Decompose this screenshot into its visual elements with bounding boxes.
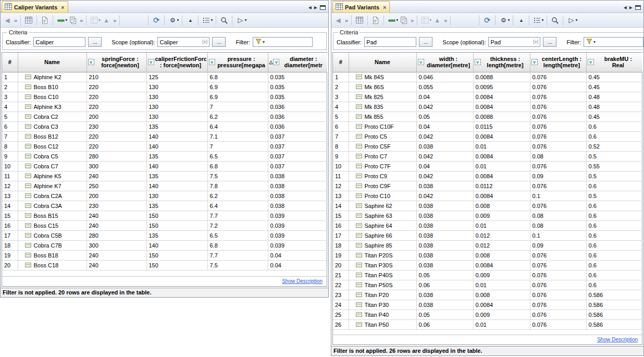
table-row[interactable]: 12Proto C9F0.0380.01120.0760.6 <box>333 181 642 191</box>
value-cell[interactable]: 6.5 <box>207 230 268 240</box>
gear-icon[interactable]: ⚙ <box>499 16 508 25</box>
row-number-cell[interactable]: 3 <box>2 92 18 102</box>
table-row[interactable]: 21Titan P40S0.050.0090.0760.6 <box>333 270 642 280</box>
table-row[interactable]: 15Boss B152401507.70.039 <box>2 211 327 220</box>
name-cell[interactable]: Titan P20S <box>349 250 416 260</box>
name-cell[interactable]: Boss C15 <box>18 220 86 230</box>
name-cell[interactable]: Mk 855 <box>349 112 416 121</box>
table-layout-icon[interactable] <box>24 16 33 25</box>
value-cell[interactable]: 0.09 <box>530 240 586 250</box>
dropdown-caret-icon[interactable]: ▾ <box>177 18 179 22</box>
value-cell[interactable]: 0.037 <box>268 151 327 161</box>
name-cell[interactable]: Alphine K7 <box>18 181 86 191</box>
scroll-right-icon[interactable]: ▶ <box>314 5 317 10</box>
row-number-cell[interactable]: 23 <box>333 290 349 300</box>
name-cell[interactable]: Titan P30 <box>349 300 416 310</box>
value-cell[interactable]: 7.7 <box>207 250 268 260</box>
value-cell[interactable]: 7 <box>207 102 268 112</box>
row-number-cell[interactable]: 15 <box>333 211 349 220</box>
value-cell[interactable]: 6.5 <box>207 151 268 161</box>
table-row[interactable]: 7Boss B122201407.10.037 <box>2 131 327 141</box>
name-cell[interactable]: Proto C10 <box>349 191 416 201</box>
value-cell[interactable]: 0.0084 <box>473 191 530 201</box>
classifier-browse-button[interactable]: ... <box>419 37 432 47</box>
value-cell[interactable]: 130 <box>146 191 207 201</box>
name-cell[interactable]: Proto C5F <box>349 141 416 151</box>
value-cell[interactable]: 0.076 <box>530 250 586 260</box>
value-cell[interactable]: 0.55 <box>586 161 642 171</box>
value-cell[interactable]: 0.0084 <box>473 102 530 112</box>
value-cell[interactable]: 0.06 <box>416 319 473 329</box>
value-cell[interactable]: 0.48 <box>586 92 642 102</box>
row-number-cell[interactable]: 2 <box>333 82 349 92</box>
name-cell[interactable]: Alphine K2 <box>18 72 86 82</box>
value-cell[interactable]: 0.01 <box>473 319 530 329</box>
value-cell[interactable]: 135 <box>146 121 207 131</box>
row-number-cell[interactable]: 5 <box>333 112 349 121</box>
value-cell[interactable]: 0.076 <box>530 92 586 102</box>
row-number-cell[interactable]: 8 <box>333 141 349 151</box>
value-cell[interactable]: 140 <box>146 181 207 191</box>
row-number-cell[interactable]: 1 <box>2 72 18 82</box>
table-row[interactable]: 9Cobra C52801356.50.037 <box>2 151 327 161</box>
dropdown-caret-icon[interactable]: ▾ <box>98 18 101 22</box>
name-cell[interactable]: Proto C5 <box>349 131 416 141</box>
name-cell[interactable]: Mk 835 <box>349 102 416 112</box>
value-cell[interactable]: 130 <box>146 112 207 121</box>
table-row[interactable]: 22Titan P50S0.060.010.0760.6 <box>333 280 642 290</box>
value-cell[interactable]: 0.008 <box>473 250 530 260</box>
table-row[interactable]: 26Titan P500.060.010.0760.586 <box>333 319 642 329</box>
filter-input[interactable]: ▾ <box>584 37 643 47</box>
value-cell[interactable]: 0.038 <box>416 211 473 220</box>
table-row[interactable]: 18Cobra C7B3001406.80.039 <box>2 240 327 250</box>
table-row[interactable]: 11Alphine K52401357.50.038 <box>2 171 327 181</box>
value-cell[interactable]: 0.076 <box>530 72 586 82</box>
name-cell[interactable]: Titan P50 <box>349 319 416 329</box>
value-cell[interactable]: 0.04 <box>268 260 327 270</box>
column-header-caliperfrictionforce[interactable]: v caliperFrictionForce: force[newton] <box>146 53 207 72</box>
name-cell[interactable]: Proto C7 <box>349 151 416 161</box>
value-cell[interactable]: 0.6 <box>586 230 642 240</box>
value-cell[interactable]: 0.6 <box>586 181 642 191</box>
value-cell[interactable]: 0.038 <box>416 300 473 310</box>
name-cell[interactable]: Cobra C5B <box>18 230 86 240</box>
table-row[interactable]: 19Titan P20S0.0380.0080.0760.6 <box>333 250 642 260</box>
name-cell[interactable]: Mk 84S <box>349 72 416 82</box>
report-icon[interactable] <box>40 16 49 25</box>
value-cell[interactable]: 0.035 <box>268 72 327 82</box>
name-cell[interactable]: Cobra C5 <box>18 151 86 161</box>
table-row[interactable]: 25Titan P400.050.0090.0760.586 <box>333 310 642 319</box>
table-row[interactable]: 3Boss C102201306.90.035 <box>2 92 327 102</box>
value-cell[interactable]: 0.586 <box>586 310 642 319</box>
name-cell[interactable]: Proto C9F <box>349 181 416 191</box>
name-cell[interactable]: Saphire 63 <box>349 211 416 220</box>
value-cell[interactable]: 0.076 <box>530 141 586 151</box>
value-cell[interactable]: 0.45 <box>586 82 642 92</box>
value-cell[interactable]: 0.076 <box>530 201 586 211</box>
row-number-cell[interactable]: 25 <box>333 310 349 319</box>
row-number-cell[interactable]: 20 <box>2 260 18 270</box>
row-number-cell[interactable]: 13 <box>2 191 18 201</box>
row-number-cell[interactable]: 18 <box>2 240 18 250</box>
copy-icon[interactable] <box>68 16 78 25</box>
row-number-cell[interactable]: 10 <box>333 161 349 171</box>
value-cell[interactable]: 240 <box>86 260 146 270</box>
value-cell[interactable]: 0.037 <box>268 161 327 171</box>
value-cell[interactable]: 0.6 <box>586 240 642 250</box>
value-cell[interactable]: 0.0095 <box>473 82 530 92</box>
value-cell[interactable]: 6.9 <box>207 82 268 92</box>
value-cell[interactable]: 7.7 <box>207 211 268 220</box>
dropdown-caret-icon[interactable]: ▾ <box>575 18 577 22</box>
value-cell[interactable]: 0.038 <box>416 181 473 191</box>
move-up-icon[interactable]: ▲ <box>102 16 111 25</box>
value-cell[interactable]: 0.076 <box>530 310 586 319</box>
value-cell[interactable]: 0.01 <box>473 141 530 151</box>
column-header-number[interactable]: # <box>333 53 349 72</box>
table-row[interactable]: 15Saphire 630.0380.0090.080.6 <box>333 211 642 220</box>
name-cell[interactable]: Saphire 66 <box>349 230 416 240</box>
maximize-icon[interactable] <box>320 5 326 10</box>
row-number-cell[interactable]: 7 <box>2 131 18 141</box>
row-number-cell[interactable]: 13 <box>333 191 349 201</box>
name-cell[interactable]: Proto C10F <box>349 121 416 131</box>
value-cell[interactable]: 0.036 <box>268 112 327 121</box>
